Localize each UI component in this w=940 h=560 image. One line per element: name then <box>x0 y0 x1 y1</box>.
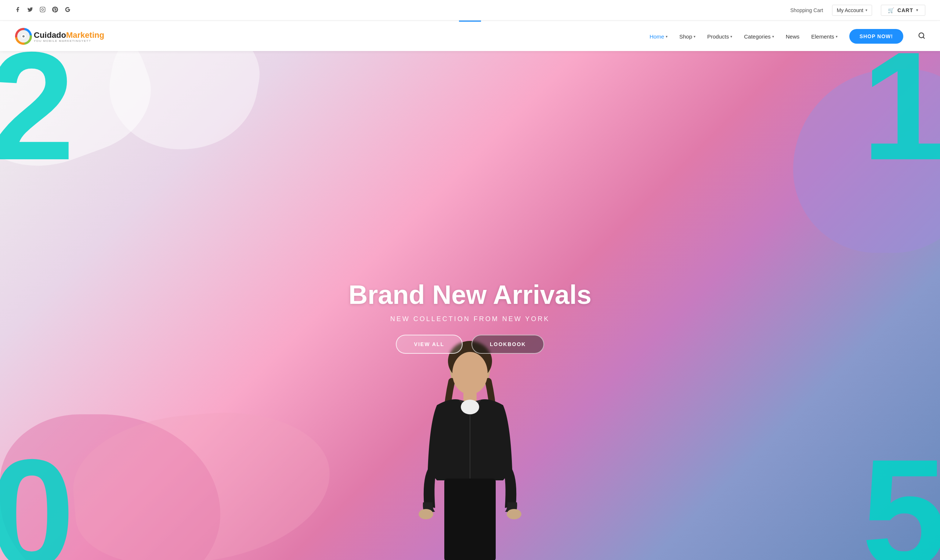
logo-marketing-text: Marketing <box>66 31 104 40</box>
view-all-button[interactable]: VIEW ALL <box>396 335 463 354</box>
top-bar: Shopping Cart My Account ▾ 🛒 CART ▾ <box>0 0 940 20</box>
logo-sub-text: YOU MOBILE MARKETINGYET? <box>34 39 104 43</box>
pinterest-icon[interactable] <box>52 7 58 14</box>
hero-content: Brand New Arrivals NEW COLLECTION FROM N… <box>348 280 592 354</box>
logo[interactable]: CuidadoMarketing YOU MOBILE MARKETINGYET… <box>15 28 104 45</box>
twitter-icon[interactable] <box>27 7 33 14</box>
googleplus-icon[interactable] <box>65 7 71 14</box>
home-chevron-icon: ▾ <box>666 34 667 38</box>
logo-cuidado-text: Cuidado <box>34 31 66 40</box>
svg-rect-13 <box>444 478 496 560</box>
nav-item-shop[interactable]: Shop ▾ <box>679 33 695 40</box>
elements-chevron-icon: ▾ <box>836 34 838 38</box>
svg-rect-0 <box>40 7 45 12</box>
svg-line-6 <box>923 37 925 38</box>
products-chevron-icon: ▾ <box>730 34 732 38</box>
nav-item-elements[interactable]: Elements ▾ <box>811 33 838 40</box>
shop-chevron-icon: ▾ <box>693 34 695 38</box>
hero-section: 2 0 1 5 <box>0 51 940 560</box>
nav-item-categories[interactable]: Categories ▾ <box>744 33 774 40</box>
navbar: CuidadoMarketing YOU MOBILE MARKETINGYET… <box>0 22 940 51</box>
svg-point-11 <box>461 400 479 414</box>
hero-subtitle: NEW COLLECTION FROM NEW YORK <box>390 315 550 323</box>
my-account-button[interactable]: My Account ▾ <box>832 5 872 16</box>
svg-point-15 <box>507 509 521 519</box>
categories-chevron-icon: ▾ <box>772 34 774 38</box>
social-icons-group <box>15 7 71 14</box>
cart-chevron-icon: ▾ <box>916 8 918 12</box>
hero-buttons: VIEW ALL LOOKBOOK <box>396 335 544 354</box>
my-account-chevron-icon: ▾ <box>866 8 867 12</box>
cart-icon: 🛒 <box>888 7 894 13</box>
nav-links: Home ▾ Shop ▾ Products ▾ Categories ▾ Ne… <box>650 29 925 44</box>
lookbook-button[interactable]: LOOKBOOK <box>472 335 544 354</box>
shop-now-button[interactable]: SHOP NOW! <box>849 29 903 44</box>
instagram-icon[interactable] <box>40 7 46 14</box>
cart-label: CART <box>897 7 913 13</box>
top-bar-right: Shopping Cart My Account ▾ 🛒 CART ▾ <box>790 5 925 16</box>
nav-item-products[interactable]: Products ▾ <box>707 33 732 40</box>
nav-item-home[interactable]: Home ▾ <box>650 33 667 40</box>
svg-point-14 <box>419 509 433 519</box>
search-icon[interactable] <box>918 32 925 41</box>
nav-item-news[interactable]: News <box>786 33 800 40</box>
svg-point-9 <box>452 352 488 394</box>
hero-title: Brand New Arrivals <box>348 280 592 309</box>
svg-point-4 <box>22 35 25 37</box>
shopping-cart-link[interactable]: Shopping Cart <box>790 7 823 13</box>
cart-button[interactable]: 🛒 CART ▾ <box>881 5 925 16</box>
my-account-label: My Account <box>837 7 863 13</box>
facebook-icon[interactable] <box>15 7 20 14</box>
